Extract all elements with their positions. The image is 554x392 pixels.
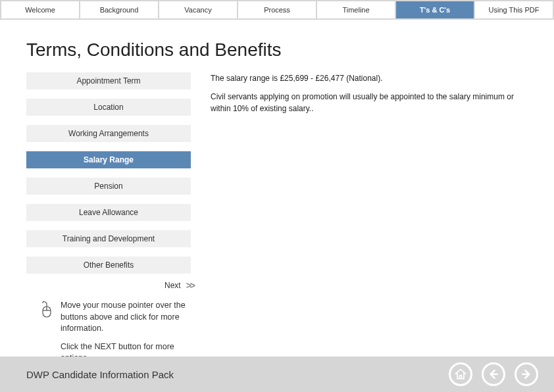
sidebar-item-working-arrangements[interactable]: Working Arrangements [26, 125, 191, 142]
footer-icons [449, 362, 538, 386]
arrow-right-icon [520, 368, 533, 381]
hint-line-1: Move your mouse pointer over the buttons… [61, 300, 197, 335]
mouse-pointer-icon [39, 301, 53, 320]
footer-title: DWP Candidate Information Pack [26, 369, 174, 380]
sidebar: Appointment Term Location Working Arrang… [26, 72, 191, 371]
home-button[interactable] [449, 362, 472, 386]
tab-using-this-pdf[interactable]: Using This PDF [475, 1, 553, 18]
sidebar-item-other-benefits[interactable]: Other Benefits [26, 257, 191, 274]
promotion-note-text: Civil servants applying on promotion wil… [211, 91, 528, 114]
tab-welcome[interactable]: Welcome [1, 1, 79, 18]
next-button[interactable]: Next >> [164, 280, 191, 291]
home-icon [454, 368, 467, 381]
main-area: Appointment Term Location Working Arrang… [26, 72, 528, 371]
top-tab-bar: Welcome Background Vacancy Process Timel… [0, 0, 554, 20]
sidebar-item-training-and-development[interactable]: Training and Development [26, 230, 191, 247]
previous-button[interactable] [482, 362, 505, 386]
next-arrow-icon: >> [186, 280, 194, 291]
sidebar-item-salary-range[interactable]: Salary Range [26, 151, 191, 168]
arrow-left-icon [487, 368, 500, 381]
body-text: The salary range is £25,699 - £26,477 (N… [211, 72, 528, 371]
content-area: Terms, Conditions and Benefits Appointme… [0, 20, 554, 371]
page-title: Terms, Conditions and Benefits [26, 39, 528, 61]
sidebar-item-appointment-term[interactable]: Appointment Term [26, 72, 191, 89]
salary-range-text: The salary range is £25,699 - £26,477 (N… [211, 72, 528, 84]
tab-process[interactable]: Process [238, 1, 316, 18]
tab-vacancy[interactable]: Vacancy [159, 1, 237, 18]
next-page-button[interactable] [515, 362, 538, 386]
sidebar-item-location[interactable]: Location [26, 99, 191, 116]
sidebar-item-pension[interactable]: Pension [26, 178, 191, 195]
tab-ts-and-cs[interactable]: T's & C's [396, 1, 474, 18]
tab-background[interactable]: Background [80, 1, 158, 18]
footer: DWP Candidate Information Pack [0, 356, 554, 392]
next-label: Next [164, 281, 181, 290]
tab-timeline[interactable]: Timeline [317, 1, 395, 18]
sidebar-item-leave-allowance[interactable]: Leave Allowance [26, 204, 191, 221]
